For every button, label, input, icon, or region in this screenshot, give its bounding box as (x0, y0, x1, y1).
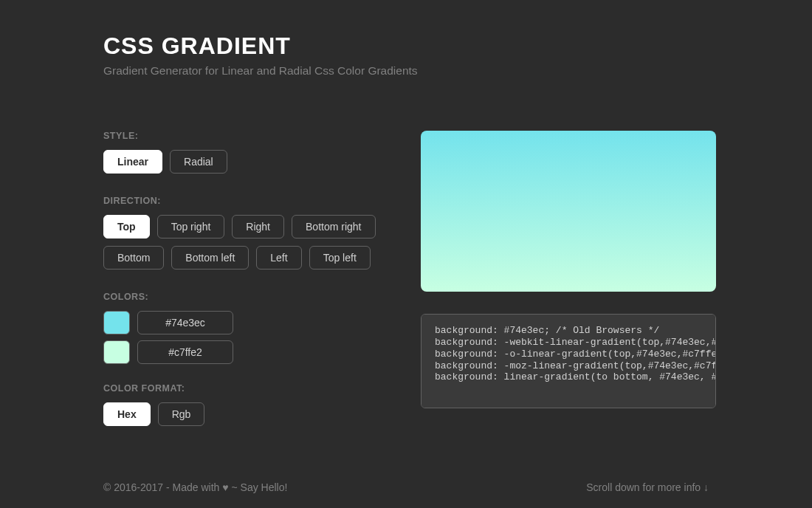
code-text: background: #74e3ec; /* Old Browsers */ … (422, 315, 716, 394)
color-swatch-0[interactable] (103, 311, 130, 334)
direction-option-top-right[interactable]: Top right (157, 215, 225, 238)
direction-option-top[interactable]: Top (103, 215, 150, 238)
heart-icon: ♥ (222, 481, 228, 493)
direction-option-bottom[interactable]: Bottom (103, 246, 164, 270)
direction-option-top-left[interactable]: Top left (309, 246, 371, 270)
direction-option-bottom-left[interactable]: Bottom left (171, 246, 249, 270)
code-output[interactable]: background: #74e3ec; /* Old Browsers */ … (421, 314, 716, 408)
color-format-label: COLOR FORMAT: (103, 383, 399, 394)
page-subtitle: Gradient Generator for Linear and Radial… (103, 64, 709, 78)
color-stops (103, 311, 399, 364)
say-hello-link[interactable]: Say Hello! (241, 481, 288, 493)
color-swatch-1[interactable] (103, 340, 130, 364)
gradient-preview (421, 131, 716, 292)
style-options: LinearRadial (103, 150, 399, 174)
style-option-radial[interactable]: Radial (170, 150, 227, 174)
direction-label: DIRECTION: (103, 196, 399, 206)
output-panel: background: #74e3ec; /* Old Browsers */ … (421, 131, 716, 448)
style-option-linear[interactable]: Linear (103, 150, 162, 174)
page-title: CSS GRADIENT (103, 32, 709, 60)
copyright-text: © 2016-2017 - Made with (103, 481, 222, 493)
colors-label: COLORS: (103, 292, 399, 302)
footer-left: © 2016-2017 - Made with ♥ ~ Say Hello! (103, 481, 287, 493)
color-input-0[interactable] (137, 311, 233, 334)
controls-panel: STYLE: LinearRadial DIRECTION: TopTop ri… (103, 131, 399, 448)
color-format-options: HexRgb (103, 402, 399, 426)
direction-options: TopTop rightRightBottom rightBottomBotto… (103, 215, 399, 270)
format-option-hex[interactable]: Hex (103, 402, 151, 426)
color-input-1[interactable] (137, 340, 233, 364)
direction-option-right[interactable]: Right (232, 215, 284, 238)
direction-option-left[interactable]: Left (256, 246, 301, 270)
format-option-rgb[interactable]: Rgb (158, 402, 205, 426)
scroll-hint: Scroll down for more info ↓ (586, 481, 709, 493)
direction-option-bottom-right[interactable]: Bottom right (292, 215, 375, 238)
style-label: STYLE: (103, 131, 399, 141)
